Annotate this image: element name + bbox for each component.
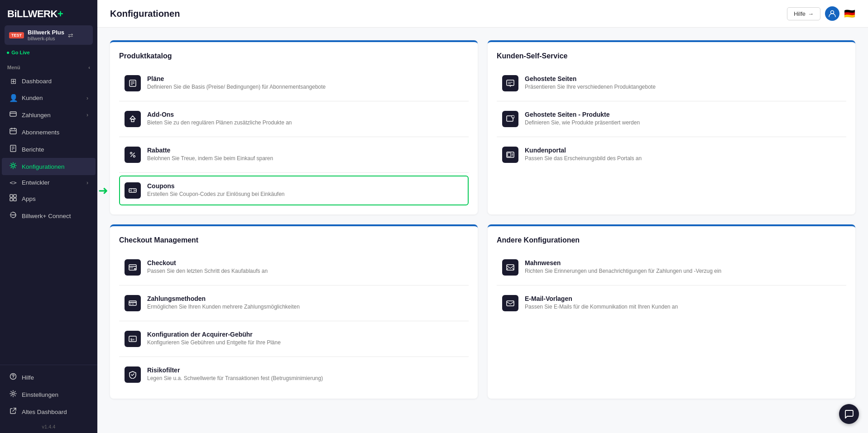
- plaene-name: Pläne: [147, 75, 326, 82]
- divider: [119, 285, 469, 285]
- cards-grid: Produktkatalog Pläne Definieren Sie die …: [97, 28, 868, 411]
- dashboard-icon: ⊞: [9, 77, 17, 86]
- sidebar-item-dashboard[interactable]: ⊞ Dashboard: [2, 73, 96, 90]
- config-item-risikofilter[interactable]: Risikofilter Legen Sie u.a. Schwellwerte…: [119, 360, 469, 390]
- user-avatar[interactable]: [825, 6, 839, 21]
- go-live-button[interactable]: Go Live: [11, 50, 29, 55]
- hilfe-label: Hilfe: [794, 10, 806, 17]
- sidebar-item-label: Einstellungen: [22, 391, 58, 398]
- card-produktkatalog: Produktkatalog Pläne Definieren Sie die …: [110, 40, 478, 214]
- chat-bubble[interactable]: [839, 404, 859, 424]
- checkout-icon: [125, 259, 141, 276]
- plaene-desc: Definieren Sie die Basis (Preise/ Beding…: [147, 83, 326, 91]
- svg-rect-55: [507, 301, 514, 306]
- rabatte-text: Rabatte Belohnen Sie Treue, indem Sie be…: [147, 147, 273, 162]
- abonnements-icon: [9, 128, 17, 137]
- collapse-icon[interactable]: ‹: [88, 65, 90, 70]
- config-item-checkout[interactable]: Checkout Passen Sie den letzten Schritt …: [119, 252, 469, 282]
- sidebar-item-altes-dashboard[interactable]: Altes Dashboard: [2, 403, 96, 420]
- config-item-kundenportal[interactable]: Kundenportal Passen Sie das Erscheinungs…: [497, 140, 846, 170]
- config-item-plaene[interactable]: Pläne Definieren Sie die Basis (Preise/ …: [119, 68, 469, 98]
- external-link-icon: [9, 407, 17, 416]
- config-item-coupons[interactable]: Coupons Erstellen Sie Coupon-Codes zur E…: [119, 176, 469, 205]
- svg-line-18: [13, 408, 16, 411]
- rabatte-desc: Belohnen Sie Treue, indem Sie beim Einka…: [147, 155, 273, 162]
- sidebar: BiLLWERK+ TEST Billwerk Plus billwerk-pl…: [0, 0, 97, 433]
- email-vorlagen-name: E-Mail-Vorlagen: [525, 295, 678, 302]
- sidebar-item-konfigurationen[interactable]: Konfigurationen: [2, 158, 96, 175]
- coupons-name: Coupons: [147, 182, 285, 190]
- swap-icon[interactable]: ⇄: [68, 32, 73, 39]
- config-item-gehostete-seiten[interactable]: Gehostete Seiten Präsentieren Sie Ihre v…: [497, 68, 846, 98]
- zahlungsmethoden-desc: Ermöglichen Sie Ihren Kunden mehrere Zah…: [147, 303, 300, 311]
- addons-name: Add-Ons: [147, 111, 292, 118]
- email-vorlagen-text: E-Mail-Vorlagen Passen Sie E-Mails für d…: [525, 295, 678, 311]
- svg-rect-12: [14, 195, 16, 197]
- account-switcher[interactable]: TEST Billwerk Plus billwerk-plus ⇄: [5, 25, 93, 45]
- svg-point-27: [134, 156, 135, 157]
- kundenportal-text: Kundenportal Passen Sie das Erscheinungs…: [525, 147, 642, 162]
- sidebar-item-zahlungen[interactable]: Zahlungen ›: [2, 106, 96, 124]
- svg-rect-14: [14, 198, 16, 201]
- hilfe-button[interactable]: Hilfe →: [787, 7, 820, 20]
- risikofilter-icon: [125, 366, 141, 383]
- config-item-acquirer-gebuehr[interactable]: $= Konfiguration der Acquirer-Gebühr Kon…: [119, 324, 469, 354]
- sidebar-item-billwerk-connect[interactable]: Billwerk+ Connect: [2, 207, 96, 224]
- flag-icon[interactable]: 🇩🇪: [844, 8, 855, 19]
- main-content: Konfigurationen Hilfe → 🇩🇪 Produktkatalo…: [97, 0, 868, 433]
- config-item-mahnwesen[interactable]: Mahnwesen Richten Sie Erinnerungen und B…: [497, 252, 846, 282]
- config-item-gehostete-seiten-produkte[interactable]: + Gehostete Seiten - Produkte Definieren…: [497, 104, 846, 134]
- card-kunden-self-service: Kunden-Self-Service Gehostete Seiten Prä…: [488, 40, 855, 214]
- addons-desc: Bieten Sie zu den regulären Plänen zusät…: [147, 119, 292, 127]
- zahlungsmethoden-text: Zahlungsmethoden Ermöglichen Sie Ihren K…: [147, 295, 300, 311]
- sidebar-item-label: Entwickler: [22, 179, 50, 186]
- divider: [119, 101, 469, 101]
- sidebar-item-apps[interactable]: Apps: [2, 190, 96, 207]
- config-item-rabatte[interactable]: Rabatte Belohnen Sie Treue, indem Sie be…: [119, 140, 469, 170]
- coupons-icon: [125, 182, 141, 199]
- sidebar-item-hilfe[interactable]: Hilfe: [2, 369, 96, 386]
- svg-rect-13: [10, 198, 13, 201]
- mahnwesen-text: Mahnwesen Richten Sie Erinnerungen und B…: [525, 259, 721, 275]
- sidebar-item-einstellungen[interactable]: Einstellungen: [2, 386, 96, 403]
- acquirer-icon: $=: [125, 331, 141, 347]
- chevron-right-icon: ›: [86, 112, 88, 118]
- sidebar-item-label: Konfigurationen: [22, 163, 65, 170]
- risikofilter-text: Risikofilter Legen Sie u.a. Schwellwerte…: [147, 366, 323, 382]
- config-item-email-vorlagen[interactable]: E-Mail-Vorlagen Passen Sie E-Mails für d…: [497, 288, 846, 318]
- svg-rect-40: [508, 153, 511, 157]
- main-header: Konfigurationen Hilfe → 🇩🇪: [97, 0, 868, 28]
- header-actions: Hilfe → 🇩🇪: [787, 6, 855, 21]
- gehostete-seiten-name: Gehostete Seiten: [525, 75, 656, 82]
- risikofilter-desc: Legen Sie u.a. Schwellwerte für Transakt…: [147, 375, 323, 382]
- chevron-right-icon: ›: [86, 180, 88, 186]
- sidebar-item-entwickler[interactable]: <> Entwickler ›: [2, 175, 96, 190]
- connect-icon: [9, 211, 17, 220]
- sidebar-item-label: Apps: [22, 195, 36, 202]
- acquirer-text: Konfiguration der Acquirer-Gebühr Konfig…: [147, 331, 281, 347]
- chevron-right-icon: ›: [86, 95, 88, 101]
- kundenportal-icon: [502, 147, 518, 163]
- svg-text:+: +: [512, 116, 514, 119]
- account-name: Billwerk Plus: [28, 29, 64, 36]
- go-live-icon: ●: [6, 49, 10, 56]
- mahnwesen-desc: Richten Sie Erinnerungen und Benachricht…: [525, 267, 721, 275]
- svg-point-17: [12, 393, 14, 395]
- checkout-desc: Passen Sie den letzten Schritt des Kaufa…: [147, 267, 268, 275]
- arrow-icon: →: [808, 10, 814, 17]
- account-info: Billwerk Plus billwerk-plus: [28, 29, 64, 41]
- svg-rect-2: [10, 128, 16, 134]
- config-item-zahlungsmethoden[interactable]: Zahlungsmethoden Ermöglichen Sie Ihren K…: [119, 288, 469, 318]
- svg-line-25: [131, 153, 134, 157]
- svg-rect-54: [507, 265, 514, 270]
- divider: [497, 137, 846, 137]
- gehostete-seiten-icon: [502, 75, 518, 91]
- sidebar-item-berichte[interactable]: Berichte: [2, 141, 96, 158]
- config-item-addons[interactable]: Add-Ons Bieten Sie zu den regulären Plän…: [119, 104, 469, 134]
- coupons-text: Coupons Erstellen Sie Coupon-Codes zur E…: [147, 182, 285, 198]
- rabatte-icon: [125, 147, 141, 163]
- sidebar-item-abonnements[interactable]: Abonnements: [2, 124, 96, 141]
- sidebar-item-kunden[interactable]: 👤 Kunden ›: [2, 90, 96, 106]
- gehostete-seiten-produkte-icon: +: [502, 111, 518, 127]
- gehostete-seiten-desc: Präsentieren Sie Ihre verschiedenen Prod…: [525, 83, 656, 91]
